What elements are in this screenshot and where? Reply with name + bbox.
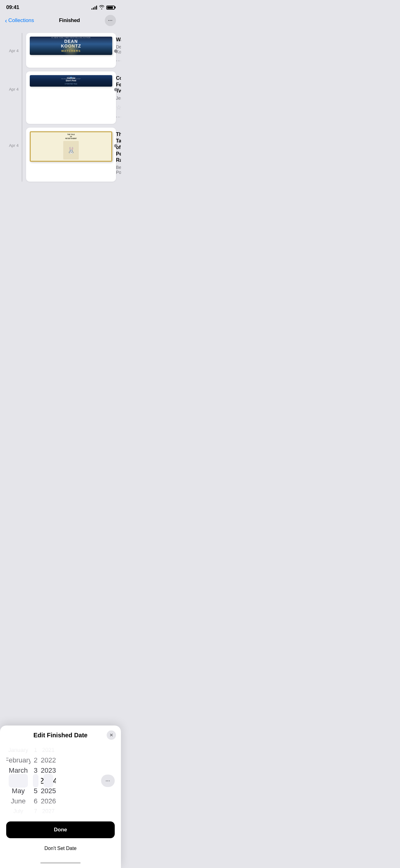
book-more-button[interactable]: ···	[116, 114, 121, 120]
timeline-item: Apr 4 THE TALEOFPETER RABBIT 🐰 The Tale …	[5, 128, 116, 182]
book-cover-rabbit: THE TALEOFPETER RABBIT 🐰	[30, 131, 112, 162]
book-info: Conceal, Don't Feel: A Twisted Tale Jen …	[116, 75, 121, 120]
page-title: Finished	[59, 18, 80, 24]
rabbit-illustration: 🐰	[63, 141, 79, 160]
book-author: Jen Calonita	[116, 96, 121, 101]
book-cover-conceal: ✦ Disney ✦What if Anna and Elsa never kn…	[30, 75, 112, 87]
book-card[interactable]: #1 NEW YORK TIMES BESTSELLING AUTHOR DEA…	[26, 33, 116, 68]
book-cover-watchers: #1 NEW YORK TIMES BESTSELLING AUTHOR DEA…	[30, 37, 112, 55]
book-more-button[interactable]: ···	[116, 57, 121, 64]
book-date: Apr 4	[9, 87, 19, 92]
nav-bar: ‹ Collections Finished ···	[0, 12, 121, 30]
date-column: Apr 4	[5, 128, 22, 148]
book-author: Beatrix Potter	[116, 165, 121, 175]
book-card[interactable]: ✦ Disney ✦What if Anna and Elsa never kn…	[26, 71, 116, 124]
star-rating: ☆ ☆ ☆ ☆ ☆	[116, 104, 121, 111]
book-info: The Tale of Peter Rabbit Beatrix Potter	[116, 131, 121, 178]
status-time: 09:41	[6, 4, 19, 10]
timeline-dot	[114, 88, 118, 91]
date-column: Apr 4	[5, 71, 22, 92]
status-icons	[92, 5, 115, 10]
timeline-item: Apr 4 #1 NEW YORK TIMES BESTSELLING AUTH…	[5, 33, 116, 68]
timeline-item: Apr 4 ✦ Disney ✦What if Anna and Elsa ne…	[5, 71, 116, 124]
book-date: Apr 4	[9, 49, 19, 53]
book-title: Watchers	[116, 37, 121, 43]
more-options-button[interactable]: ···	[105, 15, 116, 26]
back-chevron-icon: ‹	[5, 18, 7, 24]
book-list: Apr 4 #1 NEW YORK TIMES BESTSELLING AUTH…	[0, 30, 121, 185]
more-options-icon: ···	[108, 18, 113, 23]
battery-icon	[106, 6, 115, 10]
timeline-wrapper: Apr 4 #1 NEW YORK TIMES BESTSELLING AUTH…	[5, 33, 116, 182]
back-label: Collections	[8, 18, 34, 24]
star-1[interactable]: ☆	[116, 104, 121, 111]
book-title: The Tale of Peter Rabbit	[116, 131, 121, 164]
signal-icon	[92, 5, 97, 10]
book-author: Dean Koontz	[116, 44, 121, 54]
book-date: Apr 4	[9, 143, 19, 148]
status-bar: 09:41	[0, 0, 121, 12]
book-card[interactable]: THE TALEOFPETER RABBIT 🐰 The Tale of Pet…	[26, 128, 116, 182]
back-button[interactable]: ‹ Collections	[5, 18, 34, 24]
timeline-dot	[114, 49, 118, 53]
wifi-icon	[99, 5, 104, 10]
date-column: Apr 4	[5, 33, 22, 53]
book-title: Conceal, Don't Feel: A Twisted Tale	[116, 75, 121, 94]
